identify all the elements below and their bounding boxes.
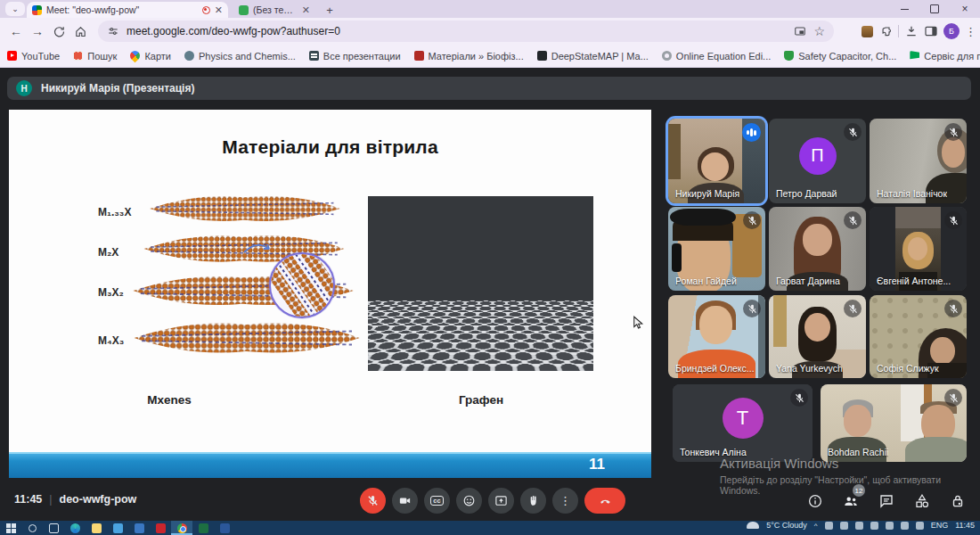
bookmark-presentations[interactable]: Все презентации — [309, 51, 401, 62]
participant-tile[interactable]: Никируй Марія — [668, 119, 765, 203]
volume-icon[interactable] — [916, 522, 924, 530]
word-icon — [220, 523, 230, 533]
weather-cloud-icon[interactable] — [747, 522, 759, 529]
meeting-info: 11:45 | deo-wwfg-pow — [14, 493, 136, 506]
chat-button[interactable] — [877, 491, 896, 511]
mic-off-icon — [743, 211, 761, 229]
store-taskbar-icon[interactable] — [107, 521, 128, 535]
tray-icon[interactable] — [825, 522, 833, 530]
mic-off-icon — [743, 300, 761, 317]
picture-in-picture-icon[interactable] — [794, 25, 806, 37]
activities-button[interactable] — [912, 491, 932, 511]
home-button[interactable] — [69, 21, 91, 42]
present-button[interactable] — [488, 488, 514, 514]
edge-taskbar-icon[interactable] — [64, 521, 86, 535]
extension-owl-icon[interactable] — [862, 26, 873, 37]
photos-taskbar-icon[interactable] — [128, 521, 150, 535]
participant-name: Тонкевич Аліна — [680, 447, 747, 457]
bookmark-poshuk[interactable]: Пошук — [73, 51, 117, 62]
window-restore-button[interactable] — [919, 0, 950, 18]
new-tab-button[interactable]: + — [323, 3, 337, 17]
tab-gmail-compose[interactable]: (Без теми) • bogdan_rachiy@u ✕ — [233, 2, 315, 18]
mic-off-icon — [944, 389, 962, 407]
bookmark-physics[interactable]: Physics and Chemis... — [184, 51, 296, 62]
hidden-icons-chevron[interactable]: ^ — [814, 522, 818, 530]
bookmark-equation-editor[interactable]: Online Equation Edi... — [662, 51, 771, 62]
reactions-button[interactable] — [456, 488, 482, 514]
file-explorer-taskbar-icon[interactable] — [86, 521, 107, 535]
start-button[interactable] — [0, 521, 21, 535]
tray-icon[interactable] — [870, 522, 878, 530]
participant-tile[interactable]: П Петро Дарвай — [769, 119, 866, 203]
back-button[interactable]: ← — [5, 21, 27, 42]
tab-meet[interactable]: Meet: "deo-wwfg-pow" ✕ — [27, 2, 228, 18]
host-controls-button[interactable] — [948, 491, 968, 511]
mxene-layer-graphic — [127, 317, 365, 359]
address-bar[interactable]: meet.google.com/deo-wwfg-pow?authuser=0 … — [98, 21, 834, 42]
participant-tile[interactable]: Наталія Іванічок — [870, 119, 967, 203]
weather-text[interactable]: 5°C Cloudy — [766, 521, 807, 530]
bookmark-youtube[interactable]: YouTube — [7, 51, 60, 62]
participant-tile[interactable]: Євгеній Антоне... — [870, 207, 967, 291]
presentation-banner[interactable]: Н Никируй Марія (Презентація) — [7, 77, 971, 100]
forward-button[interactable]: → — [27, 21, 48, 42]
participant-tile[interactable]: Yana Yurkevych — [769, 295, 866, 378]
bookmark-star-icon[interactable]: ☆ — [813, 24, 825, 38]
participant-tile[interactable]: Бриндзей Олекс... — [668, 295, 765, 378]
participant-tile[interactable]: Т Тонкевич Аліна — [673, 384, 813, 462]
participant-tile[interactable]: Гарват Дарина — [769, 207, 866, 291]
captions-button[interactable]: cc — [424, 488, 450, 514]
keyboard-layout-icon[interactable] — [901, 522, 909, 530]
excel-taskbar-icon[interactable] — [192, 521, 214, 535]
tab-close-icon[interactable]: ✕ — [302, 5, 310, 15]
leave-call-button[interactable] — [584, 488, 625, 514]
raise-hand-button[interactable] — [520, 488, 546, 514]
bookmark-safety-capacitor[interactable]: Safety Capacitor, Ch... — [784, 51, 896, 62]
mic-toggle-button[interactable] — [360, 488, 386, 514]
tray-icon[interactable] — [855, 522, 863, 530]
participant-tile[interactable]: Bohdan Rachii — [821, 384, 967, 462]
window-minimize-button[interactable] — [889, 0, 919, 18]
bookmark-service[interactable]: Сервіс для перевір... — [910, 51, 980, 62]
tab-search-button[interactable]: ⌄ — [5, 2, 25, 16]
shared-screen-slide[interactable]: Матеріали для вітрила M₁.₃₃X M₂X M₃X₂ M₄… — [9, 110, 651, 478]
meeting-panels: 12 — [805, 491, 968, 511]
url-text[interactable]: meet.google.com/deo-wwfg-pow?authuser=0 — [127, 25, 787, 37]
bookmark-materials[interactable]: Матеріали » Біофіз... — [414, 51, 524, 62]
mic-off-icon — [944, 211, 962, 229]
taskbar-clock[interactable]: 11:45 — [955, 521, 975, 530]
recording-indicator-icon — [202, 6, 210, 14]
participant-tile[interactable]: Софія Слижук — [870, 295, 967, 378]
downloads-icon[interactable] — [904, 24, 919, 38]
window-close-button[interactable]: × — [950, 0, 980, 18]
adobe-taskbar-icon[interactable] — [150, 521, 171, 535]
camera-toggle-button[interactable] — [392, 488, 418, 514]
bookmark-maps[interactable]: Карти — [130, 51, 171, 62]
google-meet-favicon — [32, 5, 42, 15]
task-view-button[interactable] — [43, 521, 64, 535]
chrome-taskbar-icon-active[interactable] — [171, 521, 192, 535]
reload-button[interactable] — [48, 21, 69, 42]
tab-title: (Без теми) • bogdan_rachiy@u — [253, 4, 298, 15]
meeting-details-button[interactable] — [805, 491, 825, 511]
taskbar-search-button[interactable] — [21, 521, 43, 535]
participant-name: Роман Гайдей — [675, 276, 737, 286]
meeting-code: deo-wwfg-pow — [60, 493, 137, 506]
browser-menu-icon[interactable]: ⋮ — [965, 25, 976, 38]
side-panel-icon[interactable] — [924, 24, 938, 38]
tab-close-icon[interactable]: ✕ — [215, 5, 223, 15]
participants-button[interactable]: 12 — [841, 491, 861, 511]
participant-tile[interactable]: Роман Гайдей — [668, 207, 765, 291]
tab-title: Meet: "deo-wwfg-pow" — [46, 4, 198, 15]
tray-icon[interactable] — [886, 522, 894, 530]
participant-name: Гарват Дарина — [776, 276, 840, 286]
meet-control-bar: 11:45 | deo-wwfg-pow cc ⋮ 12 — [0, 483, 980, 519]
profile-avatar[interactable]: Б — [943, 23, 960, 39]
bookmark-deepstate[interactable]: DeepStateMAP | Ма... — [537, 51, 649, 62]
extensions-puzzle-icon[interactable] — [878, 24, 893, 38]
tray-icon[interactable] — [840, 522, 848, 530]
language-indicator[interactable]: ENG — [931, 521, 949, 530]
word-taskbar-icon[interactable] — [214, 521, 235, 535]
site-info-icon[interactable] — [107, 25, 119, 37]
more-options-button[interactable]: ⋮ — [552, 488, 578, 514]
